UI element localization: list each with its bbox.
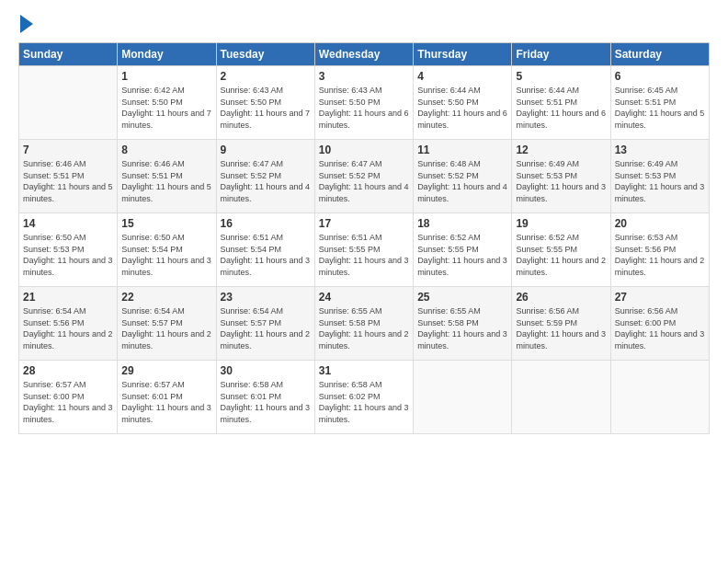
header-saturday: Saturday bbox=[610, 43, 709, 66]
table-row bbox=[610, 361, 709, 434]
header-tuesday: Tuesday bbox=[216, 43, 314, 66]
calendar-week-row: 1Sunrise: 6:42 AMSunset: 5:50 PMDaylight… bbox=[19, 66, 710, 140]
day-info: Sunrise: 6:42 AMSunset: 5:50 PMDaylight:… bbox=[121, 85, 211, 131]
day-number: 7 bbox=[23, 144, 113, 156]
day-number: 19 bbox=[516, 217, 606, 230]
day-number: 1 bbox=[121, 70, 211, 83]
day-info: Sunrise: 6:44 AMSunset: 5:51 PMDaylight:… bbox=[516, 85, 606, 131]
day-number: 9 bbox=[221, 144, 311, 156]
table-row: 14Sunrise: 6:50 AMSunset: 5:53 PMDayligh… bbox=[19, 213, 118, 287]
table-row: 22Sunrise: 6:54 AMSunset: 5:57 PMDayligh… bbox=[118, 287, 216, 361]
table-row: 4Sunrise: 6:44 AMSunset: 5:50 PMDaylight… bbox=[414, 66, 512, 140]
table-row: 18Sunrise: 6:52 AMSunset: 5:55 PMDayligh… bbox=[414, 213, 512, 287]
day-info: Sunrise: 6:58 AMSunset: 6:02 PMDaylight:… bbox=[319, 379, 409, 425]
day-number: 11 bbox=[417, 144, 507, 156]
table-row: 12Sunrise: 6:49 AMSunset: 5:53 PMDayligh… bbox=[512, 140, 610, 213]
day-number: 4 bbox=[417, 70, 507, 83]
table-row: 3Sunrise: 6:43 AMSunset: 5:50 PMDaylight… bbox=[314, 66, 413, 140]
day-info: Sunrise: 6:52 AMSunset: 5:55 PMDaylight:… bbox=[417, 232, 507, 278]
table-row: 23Sunrise: 6:54 AMSunset: 5:57 PMDayligh… bbox=[216, 287, 314, 361]
table-row bbox=[19, 66, 118, 140]
day-info: Sunrise: 6:57 AMSunset: 6:00 PMDaylight:… bbox=[23, 379, 113, 425]
logo-arrow-icon bbox=[20, 15, 33, 33]
day-number: 10 bbox=[319, 144, 409, 156]
calendar-week-row: 28Sunrise: 6:57 AMSunset: 6:00 PMDayligh… bbox=[19, 361, 710, 434]
day-number: 25 bbox=[417, 291, 507, 304]
day-info: Sunrise: 6:53 AMSunset: 5:56 PMDaylight:… bbox=[615, 232, 705, 278]
day-number: 18 bbox=[417, 217, 507, 230]
table-row: 20Sunrise: 6:53 AMSunset: 5:56 PMDayligh… bbox=[610, 213, 709, 287]
day-info: Sunrise: 6:43 AMSunset: 5:50 PMDaylight:… bbox=[319, 85, 409, 131]
day-number: 30 bbox=[221, 364, 311, 377]
day-number: 23 bbox=[221, 291, 311, 304]
table-row: 11Sunrise: 6:48 AMSunset: 5:52 PMDayligh… bbox=[414, 140, 512, 213]
day-number: 22 bbox=[121, 291, 211, 304]
day-info: Sunrise: 6:54 AMSunset: 5:57 PMDaylight:… bbox=[221, 305, 311, 351]
day-info: Sunrise: 6:54 AMSunset: 5:56 PMDaylight:… bbox=[23, 305, 113, 351]
day-number: 26 bbox=[516, 291, 606, 304]
header-monday: Monday bbox=[118, 43, 216, 66]
table-row: 7Sunrise: 6:46 AMSunset: 5:51 PMDaylight… bbox=[19, 140, 118, 213]
table-row: 26Sunrise: 6:56 AMSunset: 5:59 PMDayligh… bbox=[512, 287, 610, 361]
table-row: 15Sunrise: 6:50 AMSunset: 5:54 PMDayligh… bbox=[118, 213, 216, 287]
day-number: 8 bbox=[121, 144, 211, 156]
day-number: 31 bbox=[319, 364, 409, 377]
page: SundayMondayTuesdayWednesdayThursdayFrid… bbox=[0, 0, 728, 563]
table-row: 6Sunrise: 6:45 AMSunset: 5:51 PMDaylight… bbox=[610, 66, 709, 140]
calendar-header-row: SundayMondayTuesdayWednesdayThursdayFrid… bbox=[19, 43, 710, 66]
table-row bbox=[512, 361, 610, 434]
day-info: Sunrise: 6:49 AMSunset: 5:53 PMDaylight:… bbox=[615, 158, 705, 204]
header-friday: Friday bbox=[512, 43, 610, 66]
day-number: 5 bbox=[516, 70, 606, 83]
day-number: 24 bbox=[319, 291, 409, 304]
header bbox=[18, 17, 710, 33]
table-row: 8Sunrise: 6:46 AMSunset: 5:51 PMDaylight… bbox=[118, 140, 216, 213]
table-row: 30Sunrise: 6:58 AMSunset: 6:01 PMDayligh… bbox=[216, 361, 314, 434]
day-info: Sunrise: 6:50 AMSunset: 5:54 PMDaylight:… bbox=[121, 232, 211, 278]
day-number: 17 bbox=[319, 217, 409, 230]
day-info: Sunrise: 6:51 AMSunset: 5:55 PMDaylight:… bbox=[319, 232, 409, 278]
table-row bbox=[414, 361, 512, 434]
table-row: 17Sunrise: 6:51 AMSunset: 5:55 PMDayligh… bbox=[314, 213, 413, 287]
table-row: 21Sunrise: 6:54 AMSunset: 5:56 PMDayligh… bbox=[19, 287, 118, 361]
day-info: Sunrise: 6:51 AMSunset: 5:54 PMDaylight:… bbox=[221, 232, 311, 278]
table-row: 19Sunrise: 6:52 AMSunset: 5:55 PMDayligh… bbox=[512, 213, 610, 287]
day-info: Sunrise: 6:48 AMSunset: 5:52 PMDaylight:… bbox=[417, 158, 507, 204]
day-number: 14 bbox=[23, 217, 113, 230]
table-row: 10Sunrise: 6:47 AMSunset: 5:52 PMDayligh… bbox=[314, 140, 413, 213]
table-row: 1Sunrise: 6:42 AMSunset: 5:50 PMDaylight… bbox=[118, 66, 216, 140]
day-number: 29 bbox=[121, 364, 211, 377]
day-info: Sunrise: 6:55 AMSunset: 5:58 PMDaylight:… bbox=[417, 305, 507, 351]
table-row: 13Sunrise: 6:49 AMSunset: 5:53 PMDayligh… bbox=[610, 140, 709, 213]
calendar: SundayMondayTuesdayWednesdayThursdayFrid… bbox=[18, 42, 710, 434]
table-row: 29Sunrise: 6:57 AMSunset: 6:01 PMDayligh… bbox=[118, 361, 216, 434]
day-info: Sunrise: 6:43 AMSunset: 5:50 PMDaylight:… bbox=[221, 85, 311, 131]
table-row: 25Sunrise: 6:55 AMSunset: 5:58 PMDayligh… bbox=[414, 287, 512, 361]
day-info: Sunrise: 6:57 AMSunset: 6:01 PMDaylight:… bbox=[121, 379, 211, 425]
header-wednesday: Wednesday bbox=[314, 43, 413, 66]
day-info: Sunrise: 6:49 AMSunset: 5:53 PMDaylight:… bbox=[516, 158, 606, 204]
day-number: 21 bbox=[23, 291, 113, 304]
table-row: 5Sunrise: 6:44 AMSunset: 5:51 PMDaylight… bbox=[512, 66, 610, 140]
day-info: Sunrise: 6:46 AMSunset: 5:51 PMDaylight:… bbox=[121, 158, 211, 204]
day-info: Sunrise: 6:52 AMSunset: 5:55 PMDaylight:… bbox=[516, 232, 606, 278]
day-number: 3 bbox=[319, 70, 409, 83]
table-row: 27Sunrise: 6:56 AMSunset: 6:00 PMDayligh… bbox=[610, 287, 709, 361]
day-number: 2 bbox=[221, 70, 311, 83]
day-number: 20 bbox=[615, 217, 705, 230]
day-info: Sunrise: 6:46 AMSunset: 5:51 PMDaylight:… bbox=[23, 158, 113, 204]
calendar-week-row: 14Sunrise: 6:50 AMSunset: 5:53 PMDayligh… bbox=[19, 213, 710, 287]
table-row: 16Sunrise: 6:51 AMSunset: 5:54 PMDayligh… bbox=[216, 213, 314, 287]
day-info: Sunrise: 6:45 AMSunset: 5:51 PMDaylight:… bbox=[615, 85, 705, 131]
day-number: 12 bbox=[516, 144, 606, 156]
day-info: Sunrise: 6:56 AMSunset: 6:00 PMDaylight:… bbox=[615, 305, 705, 351]
table-row: 2Sunrise: 6:43 AMSunset: 5:50 PMDaylight… bbox=[216, 66, 314, 140]
table-row: 9Sunrise: 6:47 AMSunset: 5:52 PMDaylight… bbox=[216, 140, 314, 213]
table-row: 31Sunrise: 6:58 AMSunset: 6:02 PMDayligh… bbox=[314, 361, 413, 434]
day-number: 16 bbox=[221, 217, 311, 230]
header-sunday: Sunday bbox=[19, 43, 118, 66]
day-info: Sunrise: 6:44 AMSunset: 5:50 PMDaylight:… bbox=[417, 85, 507, 131]
day-info: Sunrise: 6:50 AMSunset: 5:53 PMDaylight:… bbox=[23, 232, 113, 278]
day-info: Sunrise: 6:56 AMSunset: 5:59 PMDaylight:… bbox=[516, 305, 606, 351]
day-info: Sunrise: 6:54 AMSunset: 5:57 PMDaylight:… bbox=[121, 305, 211, 351]
